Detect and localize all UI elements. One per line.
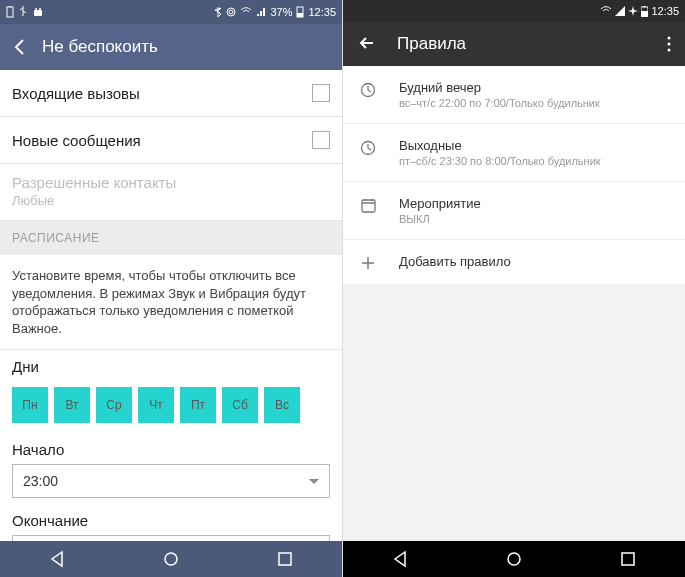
nav-recent-icon[interactable] [619,550,637,568]
rule-event[interactable]: Мероприятие ВЫКЛ [343,182,685,240]
rule-primary: Мероприятие [399,196,481,211]
svg-rect-13 [641,11,648,17]
plus-icon [359,256,377,270]
start-value: 23:00 [23,473,58,489]
right-content: Будний вечер вс–чт/с 22:00 по 7:00/Тольк… [343,66,685,541]
incoming-checkbox[interactable] [312,84,330,102]
start-select[interactable]: 23:00 [12,464,330,498]
rule-primary: Добавить правило [399,254,511,269]
signal-icon [256,7,266,17]
schedule-desc: Установите время, чтобы чтобы отключить … [0,255,342,350]
clock-icon [359,82,377,98]
battery-icon [641,6,648,17]
back-icon[interactable] [357,35,375,53]
svg-rect-2 [34,10,42,16]
rule-secondary: пт–сб/с 23:30 по 8:00/Только будильник [399,155,601,167]
svg-point-15 [668,43,671,46]
clock-icon [359,140,377,156]
svg-rect-1 [9,6,11,7]
status-bar: 12:35 [343,0,685,22]
day-chip-fri[interactable]: Пт [180,387,216,423]
android-icon [32,6,44,18]
end-block: Окончание 6:00 на след. день [0,504,342,541]
airplane-icon [628,6,638,16]
status-bar: 37% 12:35 [0,0,342,24]
start-label: Начало [12,441,330,458]
rule-primary: Будний вечер [399,80,600,95]
right-phone: 12:35 Правила Будний вечер вс–чт/с 22:00… [343,0,685,577]
nav-back-icon[interactable] [48,550,66,568]
svg-point-4 [39,8,41,10]
rule-weeknight[interactable]: Будний вечер вс–чт/с 22:00 по 7:00/Тольк… [343,66,685,124]
contacts-secondary: Любые [12,193,330,208]
schedule-section-header: РАСПИСАНИЕ [0,221,342,255]
battery-icon [6,6,14,18]
svg-rect-8 [297,13,303,17]
svg-rect-19 [362,200,375,212]
rule-add[interactable]: Добавить правило [343,240,685,285]
overflow-icon[interactable] [667,36,671,52]
messages-checkbox[interactable] [312,131,330,149]
status-right-icons: 37% 12:35 [214,6,336,18]
messages-label: Новые сообщения [12,132,141,149]
contacts-primary: Разрешенные контакты [12,174,330,191]
svg-rect-0 [7,7,13,17]
day-chip-thu[interactable]: Чт [138,387,174,423]
row-allowed-contacts: Разрешенные контакты Любые [0,164,342,221]
nav-bar [343,541,685,577]
end-label: Окончание [12,512,330,529]
incoming-label: Входящие вызовы [12,85,140,102]
rule-secondary: ВЫКЛ [399,213,481,225]
nav-recent-icon[interactable] [276,550,294,568]
row-incoming-calls[interactable]: Входящие вызовы [0,70,342,117]
battery-status-icon [296,6,304,18]
nav-home-icon[interactable] [162,550,180,568]
app-header: Не беспокоить [0,24,342,70]
wifi-icon [240,7,252,17]
app-header: Правила [343,22,685,66]
nfc-icon [226,7,236,17]
status-time: 12:35 [651,5,679,17]
calendar-icon [359,198,377,213]
header-title: Не беспокоить [42,37,158,57]
rule-secondary: вс–чт/с 22:00 по 7:00/Только будильник [399,97,600,109]
header-title: Правила [397,34,645,54]
signal-icon [615,6,625,16]
rule-primary: Выходные [399,138,601,153]
day-chip-sun[interactable]: Вс [264,387,300,423]
svg-point-3 [35,8,37,10]
svg-rect-12 [643,6,646,7]
nav-bar [0,541,342,577]
left-content: Входящие вызовы Новые сообщения Разрешен… [0,70,342,541]
days-block: Дни [0,350,342,387]
nav-home-icon[interactable] [505,550,523,568]
status-left-icons [6,6,44,18]
day-chip-tue[interactable]: Вт [54,387,90,423]
rule-weekend[interactable]: Выходные пт–сб/с 23:30 по 8:00/Только бу… [343,124,685,182]
left-phone: 37% 12:35 Не беспокоить Входящие вызовы … [0,0,343,577]
day-chip-wed[interactable]: Ср [96,387,132,423]
day-chip-sat[interactable]: Сб [222,387,258,423]
bluetooth-icon [214,6,222,18]
start-block: Начало 23:00 [0,433,342,504]
svg-rect-21 [622,553,634,565]
nav-back-icon[interactable] [391,550,409,568]
svg-point-9 [165,553,177,565]
wifi-icon [600,6,612,16]
svg-point-6 [229,10,233,14]
usb-icon [18,6,28,18]
chevron-down-icon [309,479,319,484]
days-label: Дни [12,358,330,375]
svg-point-16 [668,49,671,52]
day-chip-mon[interactable]: Пн [12,387,48,423]
status-time: 12:35 [308,6,336,18]
back-icon[interactable] [10,37,30,57]
row-new-messages[interactable]: Новые сообщения [0,117,342,164]
svg-point-5 [227,8,235,16]
svg-point-20 [508,553,520,565]
svg-rect-10 [279,553,291,565]
svg-point-14 [668,37,671,40]
battery-pct: 37% [270,6,292,18]
days-row: Пн Вт Ср Чт Пт Сб Вс [0,387,342,433]
